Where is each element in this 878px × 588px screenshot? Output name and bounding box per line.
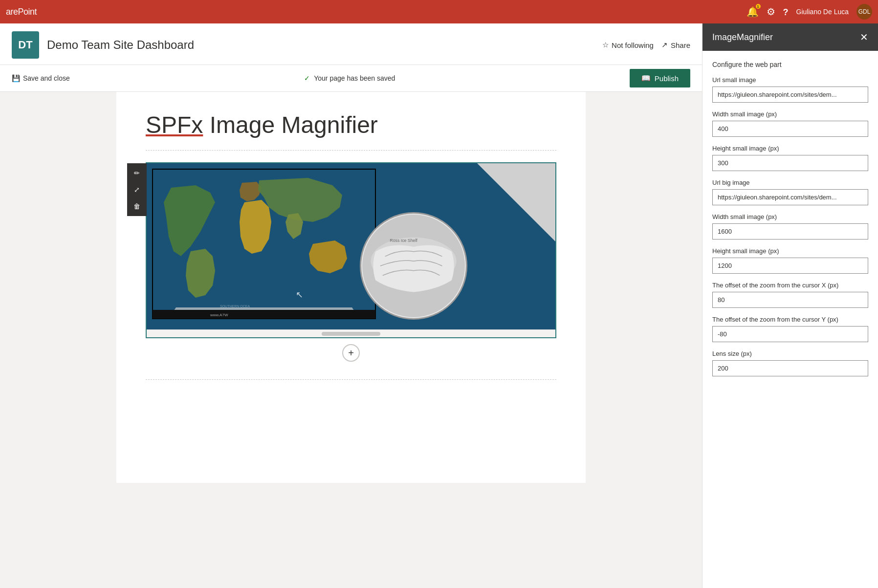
plus-icon: + — [348, 348, 354, 359]
form-group-lens-size: Lens size (px) — [712, 350, 868, 376]
site-avatar: DT — [12, 31, 39, 59]
heading-part1: SPFx — [146, 112, 203, 138]
label-url-big: Url big image — [712, 179, 868, 186]
share-label: Share — [671, 41, 690, 49]
toolbar-left: 💾 Save and close — [12, 74, 70, 82]
save-close-button[interactable]: 💾 Save and close — [12, 74, 70, 82]
label-height-big: Height small image (px) — [712, 247, 868, 255]
panel-title: ImageMagnifier — [712, 32, 773, 43]
app-name: arePoint — [6, 7, 37, 17]
heading-container: SPFx Image Magnifier — [146, 111, 556, 138]
input-height-small[interactable] — [712, 155, 868, 171]
publish-button[interactable]: 📖 Publish — [630, 69, 690, 87]
avatar[interactable]: GDL — [856, 4, 872, 20]
main-layout: DT Demo Team Site Dashboard ☆ Not follow… — [0, 23, 878, 588]
svg-text:www.A7W: www.A7W — [210, 313, 228, 317]
edit-icon: ✏ — [134, 169, 140, 177]
svg-rect-2 — [153, 310, 375, 319]
page-content: SPFx Image Magnifier ✏ ⤢ — [0, 92, 702, 588]
save-icon: 💾 — [12, 74, 20, 82]
world-map-svg: www.A7W SOUTHERN OCEA — [152, 168, 376, 320]
edit-webpart-button[interactable]: ✏ — [129, 165, 145, 181]
site-info: DT Demo Team Site Dashboard — [12, 31, 194, 59]
help-button[interactable]: ? — [783, 6, 789, 18]
label-height-small: Height small image (px) — [712, 145, 868, 152]
input-lens-size[interactable] — [712, 360, 868, 376]
input-offset-x[interactable] — [712, 292, 868, 308]
add-webpart-row: + — [146, 338, 556, 368]
publish-label: Publish — [655, 74, 679, 83]
share-icon: ↗ — [661, 41, 668, 49]
settings-button[interactable]: ⚙ — [767, 6, 775, 18]
publish-icon: 📖 — [641, 74, 651, 83]
form-group-height-big: Height small image (px) — [712, 247, 868, 274]
cursor-indicator: ↖ — [296, 289, 303, 300]
form-group-url-small: Url small image — [712, 76, 868, 103]
delete-webpart-button[interactable]: 🗑 — [129, 198, 145, 214]
content-area: DT Demo Team Site Dashboard ☆ Not follow… — [0, 23, 702, 588]
page-header: DT Demo Team Site Dashboard ☆ Not follow… — [0, 23, 702, 65]
label-offset-y: The offset of the zoom from the cursor Y… — [712, 316, 868, 323]
site-initials: DT — [18, 39, 32, 51]
webpart-toolbar: ✏ ⤢ 🗑 — [127, 163, 147, 216]
page-title-row: DT Demo Team Site Dashboard ☆ Not follow… — [12, 23, 690, 65]
form-group-height-small: Height small image (px) — [712, 145, 868, 171]
save-close-label: Save and close — [23, 74, 70, 82]
check-icon: ✓ — [304, 74, 310, 82]
toolbar-center: ✓ Your page has been saved — [304, 74, 395, 82]
scrollbar-thumb — [322, 332, 380, 336]
gear-icon: ⚙ — [767, 6, 775, 17]
page-heading: SPFx Image Magnifier — [146, 112, 378, 138]
form-group-width-big: Width small image (px) — [712, 213, 868, 240]
heading-part2: Image Magnifier — [203, 112, 378, 138]
form-group-offset-x: The offset of the zoom from the cursor X… — [712, 282, 868, 308]
nav-right: 🔔 1 ⚙ ? Giuliano De Luca GDL — [746, 4, 872, 20]
notification-badge: 1 — [756, 4, 761, 9]
label-width-small: Width small image (px) — [712, 110, 868, 118]
horizontal-scrollbar[interactable] — [147, 329, 555, 337]
right-panel: ImageMagnifier ✕ Configure the web part … — [702, 23, 878, 588]
webpart-container: ✏ ⤢ 🗑 — [146, 162, 556, 338]
panel-header: ImageMagnifier ✕ — [702, 23, 878, 51]
follow-label: Not following — [612, 41, 654, 49]
nav-left: arePoint — [6, 7, 37, 17]
map-container: www.A7W SOUTHERN OCEA — [147, 163, 555, 329]
input-height-big[interactable] — [712, 258, 868, 274]
bottom-section-divider — [146, 379, 556, 380]
configure-text: Configure the web part — [712, 61, 868, 68]
move-webpart-button[interactable]: ⤢ — [129, 182, 145, 197]
label-offset-x: The offset of the zoom from the cursor X… — [712, 282, 868, 289]
follow-button[interactable]: ☆ Not following — [602, 41, 654, 49]
add-webpart-button[interactable]: + — [342, 344, 360, 362]
close-icon: ✕ — [860, 32, 868, 43]
share-button[interactable]: ↗ Share — [661, 41, 690, 49]
input-offset-y[interactable] — [712, 326, 868, 342]
label-lens-size: Lens size (px) — [712, 350, 868, 357]
magnifier-circle: Ross Ice Shelf — [360, 212, 467, 320]
corner-decoration — [477, 163, 555, 241]
section-divider — [146, 150, 556, 151]
page-inner: SPFx Image Magnifier ✏ ⤢ — [116, 92, 586, 483]
user-name: Giuliano De Luca — [796, 8, 849, 16]
star-icon: ☆ — [602, 41, 609, 49]
page-actions: ☆ Not following ↗ Share — [602, 41, 690, 49]
svg-text:Ross Ice Shelf: Ross Ice Shelf — [390, 238, 417, 243]
question-icon: ? — [783, 7, 789, 17]
form-group-width-small: Width small image (px) — [712, 110, 868, 137]
label-url-small: Url small image — [712, 76, 868, 84]
form-group-url-big: Url big image — [712, 179, 868, 205]
top-navigation: arePoint 🔔 1 ⚙ ? Giuliano De Luca GDL — [0, 0, 878, 23]
panel-body: Configure the web part Url small image W… — [702, 51, 878, 386]
notification-button[interactable]: 🔔 1 — [746, 6, 759, 18]
form-group-offset-y: The offset of the zoom from the cursor Y… — [712, 316, 868, 342]
input-width-small[interactable] — [712, 121, 868, 137]
panel-close-button[interactable]: ✕ — [860, 31, 868, 43]
move-icon: ⤢ — [134, 186, 140, 194]
input-width-big[interactable] — [712, 223, 868, 240]
input-url-big[interactable] — [712, 189, 868, 205]
label-width-big: Width small image (px) — [712, 213, 868, 220]
svg-text:SOUTHERN OCEA: SOUTHERN OCEA — [220, 305, 250, 308]
avatar-initials: GDL — [858, 8, 871, 15]
magnifier-svg: Ross Ice Shelf — [361, 212, 466, 320]
input-url-small[interactable] — [712, 87, 868, 103]
